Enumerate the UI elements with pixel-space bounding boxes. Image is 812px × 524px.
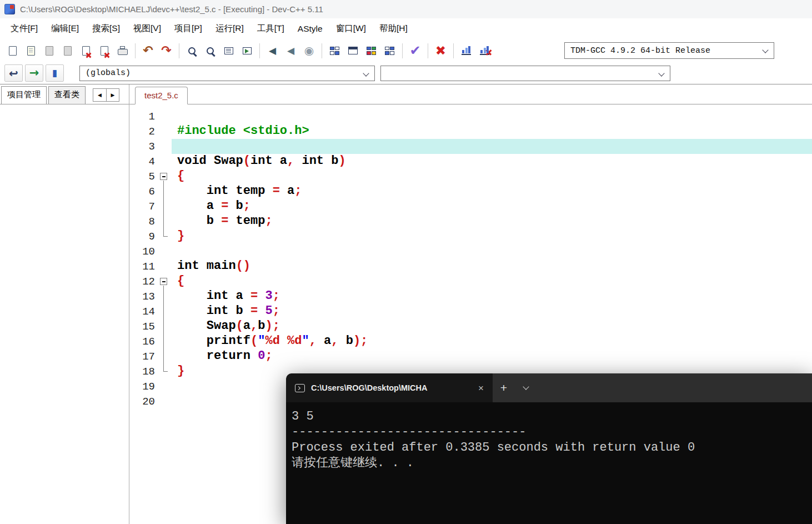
compiler-select[interactable]: TDM-GCC 4.9.2 64-bit Release (564, 42, 774, 59)
line-number[interactable]: 2 (129, 126, 155, 138)
undo-button[interactable]: ↶ (139, 42, 157, 59)
pause-button[interactable]: ◉ (300, 42, 318, 59)
forward-button[interactable]: ◀ (282, 42, 300, 59)
close-button[interactable] (77, 42, 95, 59)
redo-button[interactable]: ↷ (157, 42, 176, 59)
forward-icon: ◀ (287, 46, 294, 56)
line-number[interactable]: 5 (129, 171, 155, 183)
menu-item[interactable]: 项目[P] (168, 21, 208, 37)
members-select[interactable] (380, 66, 670, 81)
line-number[interactable]: 8 (129, 216, 155, 228)
line-number[interactable]: 12 (129, 276, 155, 288)
syntax-check-icon: ✔ (409, 44, 420, 57)
syntax-check-button[interactable]: ✔ (406, 42, 424, 59)
profile-button[interactable] (457, 42, 475, 59)
menu-item[interactable]: 运行[R] (209, 21, 250, 37)
print-icon (118, 49, 128, 55)
line-number[interactable]: 14 (129, 306, 155, 318)
line-number[interactable]: 20 (129, 396, 155, 408)
line-number[interactable]: 15 (129, 321, 155, 333)
line-number[interactable]: 19 (129, 381, 155, 393)
chevron-down-icon (658, 70, 664, 76)
code-text (172, 139, 812, 154)
goto-declaration-button[interactable]: → (25, 64, 43, 82)
compile-run-icon (367, 47, 376, 55)
fold-gutter (157, 319, 172, 334)
close-icon (82, 46, 90, 56)
watch-button[interactable]: ▮ (46, 64, 64, 82)
fold-toggle-icon[interactable] (157, 169, 172, 184)
line-number[interactable]: 16 (129, 336, 155, 348)
menu-item[interactable]: 文件[F] (4, 21, 44, 37)
tab-view-classes[interactable]: 查看类 (48, 86, 86, 104)
terminal-tab[interactable]: C:\Users\ROG\Desktop\MICHA × (286, 373, 493, 402)
back-button[interactable]: ◀ (263, 42, 282, 59)
toolbar-separator (259, 43, 260, 58)
line-number[interactable]: 1 (129, 111, 155, 123)
line-number[interactable]: 7 (129, 201, 155, 213)
line-number[interactable]: 9 (129, 231, 155, 243)
tab-scroll-right-icon[interactable]: ▶ (106, 89, 119, 101)
menu-item[interactable]: 帮助[H] (373, 21, 414, 37)
line-number[interactable]: 10 (129, 246, 155, 258)
code-line: 13 int a = 3; (129, 289, 812, 304)
fold-toggle-icon[interactable] (157, 274, 172, 289)
menu-item[interactable]: 工具[T] (251, 21, 290, 37)
line-number[interactable]: 18 (129, 366, 155, 378)
globals-select-value: (globals) (86, 68, 131, 78)
menu-item[interactable]: 编辑[E] (45, 21, 85, 37)
goto-line-button[interactable] (219, 42, 238, 59)
code-text (172, 244, 812, 259)
compile-run-button[interactable] (362, 42, 380, 59)
tab-dropdown-button[interactable] (515, 373, 537, 402)
line-number[interactable]: 4 (129, 156, 155, 168)
replace-button[interactable] (201, 42, 219, 59)
code-line: 3 (129, 139, 812, 154)
tab-scroll-left-icon[interactable]: ◀ (93, 89, 106, 101)
new-tab-button[interactable]: + (493, 373, 515, 402)
window-title: C:\Users\ROG\Desktop\MICHAELJ\devc++\tes… (20, 4, 323, 14)
project-tree-panel[interactable] (0, 104, 129, 524)
rebuild-icon (385, 47, 394, 55)
profile-clear-button[interactable] (475, 42, 494, 59)
code-line: 9} (129, 229, 812, 244)
menu-item[interactable]: 窗口[W] (330, 21, 372, 37)
code-text: { (172, 169, 812, 184)
menu-item[interactable]: AStyle (292, 22, 329, 36)
compiler-select-value: TDM-GCC 4.9.2 64-bit Release (570, 46, 710, 56)
terminal-content[interactable]: 3 5--------------------------------Proce… (286, 402, 812, 524)
save-all-button[interactable] (58, 42, 77, 59)
line-number[interactable]: 13 (129, 291, 155, 303)
code-text: return 0; (172, 349, 812, 364)
editor-tab-test2_5[interactable]: test2_5.c (135, 87, 188, 104)
menu-item[interactable]: 搜索[S] (86, 21, 126, 37)
app-icon (4, 4, 15, 14)
print-button[interactable] (113, 42, 132, 59)
compile-icon (330, 47, 339, 55)
globals-select[interactable]: (globals) (79, 66, 375, 81)
compile-button[interactable] (325, 42, 344, 59)
terminal-window: C:\Users\ROG\Desktop\MICHA × + 3 5------… (286, 373, 812, 524)
save-button[interactable] (40, 42, 58, 59)
goto-function-button[interactable] (238, 42, 256, 59)
find-button[interactable] (183, 42, 201, 59)
menu-item[interactable]: 视图[V] (127, 21, 167, 37)
code-text: b = temp; (172, 214, 812, 229)
devcpp-window: C:\Users\ROG\Desktop\MICHAELJ\devc++\tes… (0, 0, 812, 524)
run-button[interactable] (344, 42, 362, 59)
open-button[interactable] (22, 42, 40, 59)
tab-close-icon[interactable]: × (474, 383, 488, 393)
tab-project-manager[interactable]: 项目管理 (1, 86, 47, 104)
line-number[interactable]: 3 (129, 141, 155, 153)
line-number[interactable]: 6 (129, 186, 155, 198)
back-jump-button[interactable]: ↩ (4, 64, 23, 82)
new-source-button[interactable] (3, 42, 22, 59)
code-line: 10 (129, 244, 812, 259)
rebuild-button[interactable] (380, 42, 399, 59)
code-line: 8 b = temp; (129, 214, 812, 229)
abort-button[interactable]: ✖ (432, 42, 450, 59)
close-all-button[interactable] (95, 42, 113, 59)
line-number[interactable]: 11 (129, 261, 155, 273)
line-number[interactable]: 17 (129, 351, 155, 363)
profile-clear-icon (480, 46, 489, 55)
